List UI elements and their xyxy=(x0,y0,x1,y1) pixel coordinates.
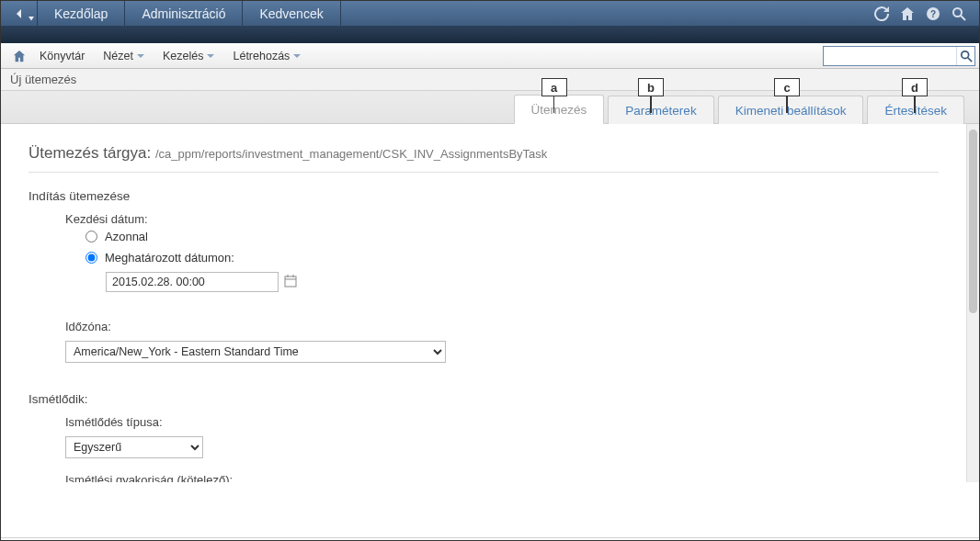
title-bar: Új ütemezés xyxy=(1,69,979,91)
secondary-search xyxy=(823,46,975,66)
start-date-label: Kezdési dátum: xyxy=(65,212,939,226)
sec-menu-create[interactable]: Létrehozás xyxy=(223,43,310,68)
radio-specific-label: Meghatározott dátumon: xyxy=(105,251,234,265)
repeat-type-label: Ismétlődés típusa: xyxy=(65,415,939,429)
top-menu-admin[interactable]: Adminisztráció xyxy=(125,1,243,26)
svg-point-2 xyxy=(953,8,962,17)
top-bar-spacer xyxy=(341,1,861,26)
secondary-bar: Könyvtár Nézet Kezelés Létrehozás xyxy=(1,43,979,69)
repeat-type-select[interactable]: Egyszerű xyxy=(65,436,203,458)
nav-back-button[interactable] xyxy=(1,1,38,26)
scrollbar-thumb[interactable] xyxy=(969,130,977,313)
radio-immediate-label: Azonnal xyxy=(105,230,148,243)
sec-menu-manage[interactable]: Kezelés xyxy=(154,43,223,68)
tabs-area: a b c d Ütemezés Paraméterek Kimeneti be… xyxy=(1,91,979,124)
subject-row: Ütemezés tárgya: /ca_ppm/reports/investm… xyxy=(28,144,939,173)
scrollbar[interactable] xyxy=(966,124,979,482)
refresh-icon[interactable] xyxy=(874,6,889,21)
svg-rect-6 xyxy=(285,276,296,287)
section-start-schedule-title: Indítás ütemezése xyxy=(28,189,939,203)
tab-notifications[interactable]: Értesítések xyxy=(867,96,964,124)
sub-top-bar xyxy=(1,27,979,43)
home-icon[interactable] xyxy=(900,6,915,21)
svg-line-5 xyxy=(967,57,971,61)
tab-schedule[interactable]: Ütemezés xyxy=(514,95,605,124)
chevron-down-icon xyxy=(137,54,144,58)
timezone-select[interactable]: America/New_York - Eastern Standard Time xyxy=(65,341,446,363)
search-input[interactable] xyxy=(823,46,975,66)
help-icon[interactable]: ? xyxy=(926,6,940,21)
section-repeat-title: Ismétlődik: xyxy=(28,392,939,406)
subject-path: /ca_ppm/reports/investment_management/CS… xyxy=(155,147,547,161)
svg-line-3 xyxy=(961,16,965,20)
home-icon-secondary[interactable] xyxy=(8,50,30,62)
repeat-freq-label: Ismétlési gyakoriság (kötelező): xyxy=(65,473,939,482)
timezone-label: Időzóna: xyxy=(65,320,939,333)
content-wrapper: Ütemezés tárgya: /ca_ppm/reports/investm… xyxy=(1,124,979,537)
top-bar: Kezdőlap Adminisztráció Kedvencek ? xyxy=(1,1,979,27)
radio-specific[interactable] xyxy=(85,252,97,264)
tab-parameters[interactable]: Paraméterek xyxy=(608,96,713,124)
tab-output[interactable]: Kimeneti beállítások xyxy=(718,96,864,124)
sec-menu-label: Kezelés xyxy=(163,50,203,62)
chevron-down-icon xyxy=(293,54,301,58)
calendar-icon[interactable] xyxy=(284,275,297,290)
sec-menu-label: Könyvtár xyxy=(40,50,85,62)
sec-menu-library[interactable]: Könyvtár xyxy=(30,43,94,68)
top-menu-home[interactable]: Kezdőlap xyxy=(38,1,125,26)
sec-menu-view[interactable]: Nézet xyxy=(94,43,154,68)
footer-bar: Mentés Mégse xyxy=(1,537,979,541)
sec-menu-label: Nézet xyxy=(103,50,133,62)
radio-immediate[interactable] xyxy=(85,231,97,242)
search-icon[interactable] xyxy=(952,6,966,21)
top-bar-right: ? xyxy=(861,1,979,26)
sec-menu-label: Létrehozás xyxy=(233,50,290,62)
start-date-input[interactable] xyxy=(106,272,279,292)
svg-point-4 xyxy=(961,51,968,58)
top-menu-favorites[interactable]: Kedvencek xyxy=(243,1,340,26)
page-title: Új ütemezés xyxy=(10,73,76,86)
search-button[interactable] xyxy=(956,47,974,65)
chevron-down-icon xyxy=(207,54,214,58)
svg-text:?: ? xyxy=(930,9,936,19)
subject-label: Ütemezés tárgya: xyxy=(28,144,151,162)
top-bar-left: Kezdőlap Adminisztráció Kedvencek xyxy=(1,1,341,26)
content: Ütemezés tárgya: /ca_ppm/reports/investm… xyxy=(1,124,966,482)
